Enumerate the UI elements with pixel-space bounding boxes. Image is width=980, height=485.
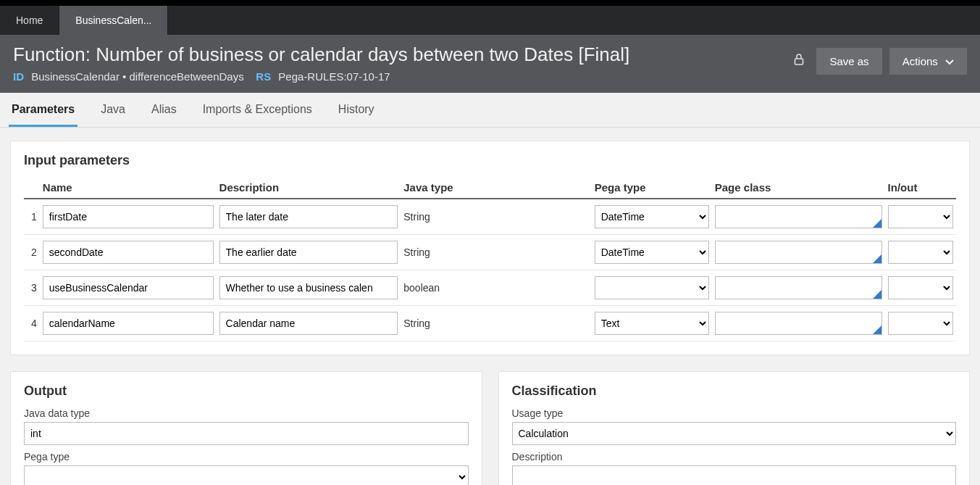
rule-form-tabs: Parameters Java Alias Imports & Exceptio… [0,93,980,128]
output-java-label: Java data type [24,407,469,419]
output-java-input[interactable] [24,422,469,445]
app-chrome-top [0,0,980,6]
classification-desc-label: Description [512,451,957,463]
page-class-input[interactable] [715,241,882,264]
tab-history[interactable]: History [335,93,377,127]
param-desc-input[interactable] [219,205,398,228]
page-class-input[interactable] [715,312,882,335]
param-desc-input[interactable] [219,276,398,299]
param-pega-select[interactable]: DateTime [595,241,709,264]
classification-card: Classification Usage type Calculation De… [498,371,971,485]
chevron-down-icon [945,55,954,67]
col-page-class: Page class [712,177,885,199]
table-row: 3boolean [24,270,956,306]
param-pega-select[interactable] [595,276,709,299]
param-java-type: String [401,235,591,270]
col-pega-type: Pega type [592,177,712,199]
row-index: 4 [24,306,40,341]
in-out-select[interactable] [888,241,953,264]
param-pega-select[interactable]: DateTime [595,205,709,228]
output-card: Output Java data type Pega type [10,371,482,485]
tab-java[interactable]: Java [98,93,128,127]
rs-chip: RS [256,70,271,83]
tab-business-calendar[interactable]: BusinessCalen... [59,6,168,35]
tab-alias[interactable]: Alias [148,93,180,127]
rule-id-value: BusinessCalendar • differenceBetweenDays [31,70,243,83]
row-index: 3 [24,270,40,306]
tab-parameters[interactable]: Parameters [9,93,78,127]
usage-type-label: Usage type [512,407,957,419]
col-name: Name [40,177,217,199]
rule-title: Function: Number of business or calendar… [13,43,789,66]
output-pega-label: Pega type [24,451,469,463]
tab-imports-exceptions[interactable]: Imports & Exceptions [200,93,315,127]
row-index: 1 [24,199,40,235]
id-chip: ID [13,70,24,83]
lock-icon[interactable] [789,51,809,71]
param-desc-input[interactable] [219,241,398,264]
actions-button[interactable]: Actions [889,48,967,75]
param-name-input[interactable] [43,276,214,299]
row-index: 2 [24,235,40,270]
table-row: 2StringDateTime [24,235,956,270]
save-as-button[interactable]: Save as [816,48,881,75]
classification-heading: Classification [512,384,957,399]
param-java-type: String [401,306,591,341]
param-name-input[interactable] [43,205,214,228]
usage-type-select[interactable]: Calculation [512,422,957,445]
classification-desc-input[interactable] [512,465,957,485]
table-row: 4StringText [24,306,956,341]
actions-label: Actions [902,55,938,67]
rule-subtitle: ID BusinessCalendar • differenceBetweenD… [13,70,789,83]
ruleset-value: Pega-RULES:07-10-17 [278,70,390,83]
svg-rect-0 [795,59,803,65]
in-out-select[interactable] [888,205,953,228]
input-parameters-table: Name Description Java type Pega type Pag… [24,177,956,341]
param-pega-select[interactable]: Text [595,312,709,335]
in-out-select[interactable] [888,312,953,335]
output-pega-select[interactable] [24,465,469,485]
param-java-type: String [401,199,591,235]
col-index [24,177,40,199]
page-class-input[interactable] [715,276,882,299]
col-java-type: Java type [401,177,591,199]
workspace-tabbar: Home BusinessCalen... [0,6,980,35]
in-out-select[interactable] [888,276,953,299]
col-description: Description [217,177,401,199]
table-row: 1StringDateTime [24,199,956,235]
param-name-input[interactable] [43,312,214,335]
page-class-input[interactable] [715,205,882,228]
col-in-out: In/out [885,177,956,199]
param-desc-input[interactable] [219,312,398,335]
tab-home[interactable]: Home [0,6,59,35]
input-parameters-card: Input parameters Name Description Java t… [10,141,970,355]
input-parameters-heading: Input parameters [24,153,956,168]
output-heading: Output [24,384,469,399]
rule-header: Function: Number of business or calendar… [0,35,980,93]
param-java-type: boolean [401,270,591,306]
param-name-input[interactable] [43,241,214,264]
